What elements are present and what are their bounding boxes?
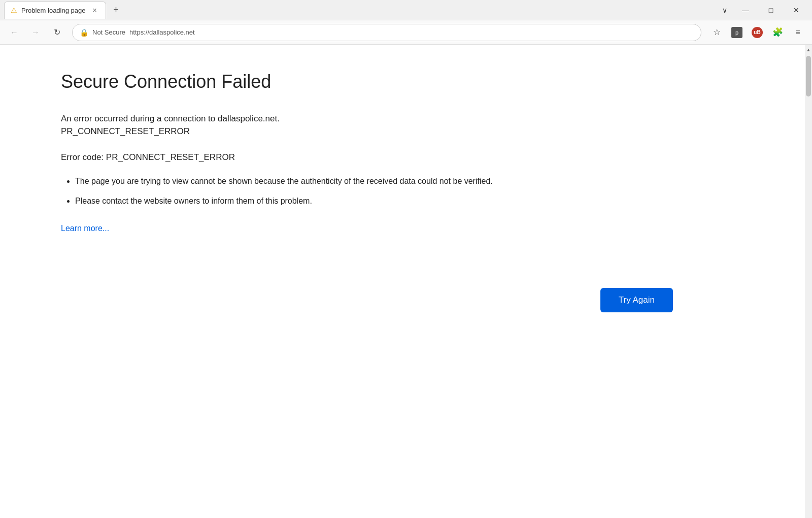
ublock-button[interactable]: uB	[748, 23, 766, 42]
try-again-button[interactable]: Try Again	[600, 288, 673, 312]
tab-list-button[interactable]: ∨	[716, 2, 734, 18]
error-bullet-2: Please contact the website owners to inf…	[75, 195, 774, 208]
back-button[interactable]: ←	[5, 23, 23, 42]
menu-button[interactable]: ≡	[789, 23, 807, 42]
close-window-button[interactable]: ✕	[785, 2, 808, 18]
try-again-row: Try Again	[61, 288, 774, 312]
error-page: Secure Connection Failed An error occurr…	[0, 45, 805, 518]
reload-button[interactable]: ↻	[48, 23, 66, 42]
extensions-icon: 🧩	[772, 27, 783, 38]
browser-content: Secure Connection Failed An error occurr…	[0, 45, 812, 518]
tab-title: Problem loading page	[21, 7, 85, 14]
not-secure-icon: 🔒	[80, 28, 88, 37]
error-desc-line1: An error occurred during a connection to…	[61, 114, 280, 123]
pocket-icon: p	[731, 27, 742, 38]
scrollbar[interactable]: ▲	[805, 45, 812, 518]
error-title: Secure Connection Failed	[61, 70, 774, 94]
new-tab-button[interactable]: +	[108, 3, 123, 18]
window-controls: — □ ✕	[734, 2, 808, 18]
forward-button[interactable]: →	[26, 23, 45, 42]
hamburger-icon: ≡	[795, 28, 800, 37]
toolbar-icons: ☆ p uB 🧩 ≡	[707, 23, 807, 42]
minimize-button[interactable]: —	[734, 2, 757, 18]
error-desc-line2: PR_CONNECT_RESET_ERROR	[61, 126, 190, 136]
tab-strip: ⚠ Problem loading page × +	[4, 2, 716, 19]
error-description: An error occurred during a connection to…	[61, 112, 774, 138]
restore-button[interactable]: □	[759, 2, 783, 18]
nav-bar: ← → ↻ 🔒 Not Secure https://dallaspolice.…	[0, 20, 812, 45]
error-bullets-list: The page you are trying to view cannot b…	[75, 175, 774, 208]
address-bar[interactable]: 🔒 Not Secure https://dallaspolice.net	[72, 24, 701, 41]
ublock-icon: uB	[752, 27, 763, 38]
tab-close-button[interactable]: ×	[89, 5, 99, 15]
extensions-button[interactable]: 🧩	[768, 23, 787, 42]
learn-more-link[interactable]: Learn more...	[61, 224, 109, 233]
scrollbar-thumb[interactable]	[806, 56, 811, 96]
tab-warning-icon: ⚠	[11, 6, 17, 14]
title-bar: ⚠ Problem loading page × + ∨ — □ ✕	[0, 0, 812, 20]
active-tab[interactable]: ⚠ Problem loading page ×	[4, 2, 106, 19]
error-code: Error code: PR_CONNECT_RESET_ERROR	[61, 152, 774, 163]
not-secure-label: Not Secure	[92, 28, 125, 36]
bookmark-button[interactable]: ☆	[707, 23, 726, 42]
pocket-button[interactable]: p	[728, 23, 746, 42]
scroll-up-arrow[interactable]: ▲	[805, 46, 812, 54]
error-bullet-1: The page you are trying to view cannot b…	[75, 175, 774, 188]
url-display: https://dallaspolice.net	[129, 28, 694, 36]
